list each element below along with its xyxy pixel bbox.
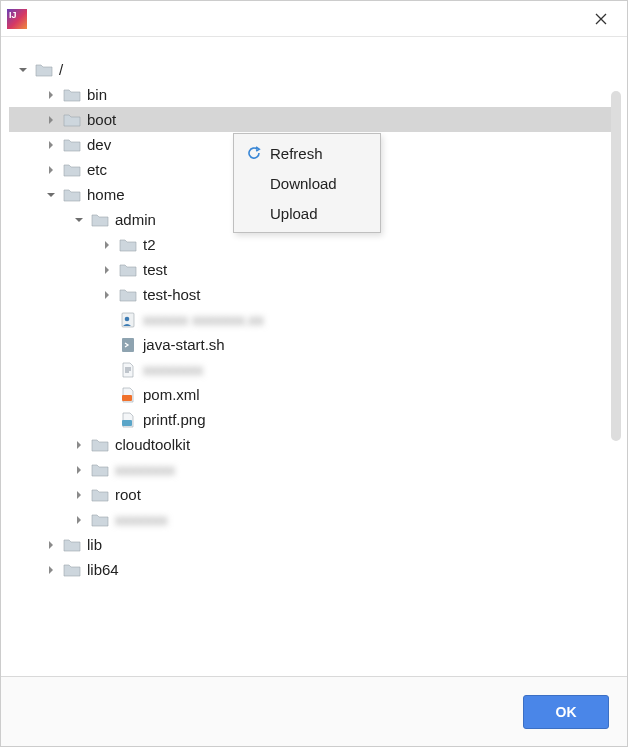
expand-toggle[interactable] <box>73 465 85 475</box>
tree-item-label: printf.png <box>143 411 206 428</box>
user-file-icon <box>119 312 137 328</box>
tree-item-label: test-host <box>143 286 201 303</box>
tree-item-label: lib64 <box>87 561 119 578</box>
shell-file-icon <box>119 337 137 353</box>
tree-row[interactable]: lib <box>9 532 619 557</box>
folder-icon <box>91 437 109 453</box>
tree-item-label: / <box>59 61 63 78</box>
folder-icon <box>35 62 53 78</box>
tree-row[interactable]: t2 <box>9 232 619 257</box>
context-menu-item[interactable]: Download <box>234 168 380 198</box>
tree-item-label: java-start.sh <box>143 336 225 353</box>
svg-rect-4 <box>122 420 132 426</box>
tree-row[interactable]: test-host <box>9 282 619 307</box>
tree-row[interactable]: xxxxxxx <box>9 507 619 532</box>
tree-item-label: xxxxxx xxxxxxx.xx <box>143 311 264 328</box>
context-menu-label: Download <box>270 175 337 192</box>
folder-icon <box>91 462 109 478</box>
svg-point-1 <box>125 316 130 321</box>
folder-icon <box>119 287 137 303</box>
context-menu[interactable]: RefreshDownloadUpload <box>233 133 381 233</box>
tree-row[interactable]: lib64 <box>9 557 619 582</box>
context-menu-item[interactable]: Refresh <box>234 138 380 168</box>
folder-icon <box>91 212 109 228</box>
tree-row[interactable]: bin <box>9 82 619 107</box>
expand-toggle[interactable] <box>45 540 57 550</box>
tree-row[interactable]: cloudtoolkit <box>9 432 619 457</box>
footer: OK <box>1 676 627 746</box>
tree-item-label: dev <box>87 136 111 153</box>
folder-icon <box>119 237 137 253</box>
expand-toggle[interactable] <box>73 515 85 525</box>
collapse-toggle[interactable] <box>17 65 29 75</box>
expand-toggle[interactable] <box>101 265 113 275</box>
folder-icon <box>63 87 81 103</box>
tree-row[interactable]: boot <box>9 107 619 132</box>
folder-icon <box>63 162 81 178</box>
app-icon <box>7 9 27 29</box>
tree-row[interactable]: java-start.sh <box>9 332 619 357</box>
folder-icon <box>91 487 109 503</box>
tree-item-label: test <box>143 261 167 278</box>
tree-item-label: xxxxxxxx <box>143 361 203 378</box>
xml-file-icon <box>119 387 137 403</box>
close-icon <box>595 13 607 25</box>
tree-row[interactable]: test <box>9 257 619 282</box>
expand-toggle[interactable] <box>45 115 57 125</box>
expand-toggle[interactable] <box>45 90 57 100</box>
image-file-icon <box>119 412 137 428</box>
folder-icon <box>63 187 81 203</box>
scrollbar-thumb[interactable] <box>611 91 621 441</box>
svg-rect-3 <box>122 395 132 401</box>
tree-item-label: lib <box>87 536 102 553</box>
refresh-icon <box>244 146 264 160</box>
tree-item-label: cloudtoolkit <box>115 436 190 453</box>
text-file-icon <box>119 362 137 378</box>
expand-toggle[interactable] <box>45 565 57 575</box>
expand-toggle[interactable] <box>45 140 57 150</box>
close-button[interactable] <box>585 5 617 33</box>
title-bar <box>1 1 627 37</box>
folder-icon <box>91 512 109 528</box>
ok-button[interactable]: OK <box>523 695 609 729</box>
context-menu-item[interactable]: Upload <box>234 198 380 228</box>
tree-item-label: boot <box>87 111 116 128</box>
file-tree[interactable]: /binbootdevetchomeadmint2testtest-hostxx… <box>1 37 627 622</box>
folder-icon <box>119 262 137 278</box>
tree-row[interactable]: xxxxxxxx <box>9 457 619 482</box>
tree-row[interactable]: xxxxxx xxxxxxx.xx <box>9 307 619 332</box>
collapse-toggle[interactable] <box>73 215 85 225</box>
tree-item-label: xxxxxxxx <box>115 461 175 478</box>
folder-icon <box>63 137 81 153</box>
expand-toggle[interactable] <box>101 290 113 300</box>
tree-row[interactable]: / <box>9 57 619 82</box>
tree-row[interactable]: root <box>9 482 619 507</box>
tree-row[interactable]: printf.png <box>9 407 619 432</box>
tree-item-label: t2 <box>143 236 156 253</box>
folder-icon <box>63 112 81 128</box>
context-menu-label: Upload <box>270 205 318 222</box>
tree-item-label: home <box>87 186 125 203</box>
tree-item-label: root <box>115 486 141 503</box>
tree-item-label: xxxxxxx <box>115 511 168 528</box>
folder-icon <box>63 537 81 553</box>
folder-icon <box>63 562 81 578</box>
tree-item-label: pom.xml <box>143 386 200 403</box>
expand-toggle[interactable] <box>73 490 85 500</box>
expand-toggle[interactable] <box>45 165 57 175</box>
expand-toggle[interactable] <box>101 240 113 250</box>
tree-item-label: admin <box>115 211 156 228</box>
expand-toggle[interactable] <box>73 440 85 450</box>
tree-row[interactable]: xxxxxxxx <box>9 357 619 382</box>
collapse-toggle[interactable] <box>45 190 57 200</box>
context-menu-label: Refresh <box>270 145 323 162</box>
tree-row[interactable]: pom.xml <box>9 382 619 407</box>
tree-item-label: bin <box>87 86 107 103</box>
tree-item-label: etc <box>87 161 107 178</box>
